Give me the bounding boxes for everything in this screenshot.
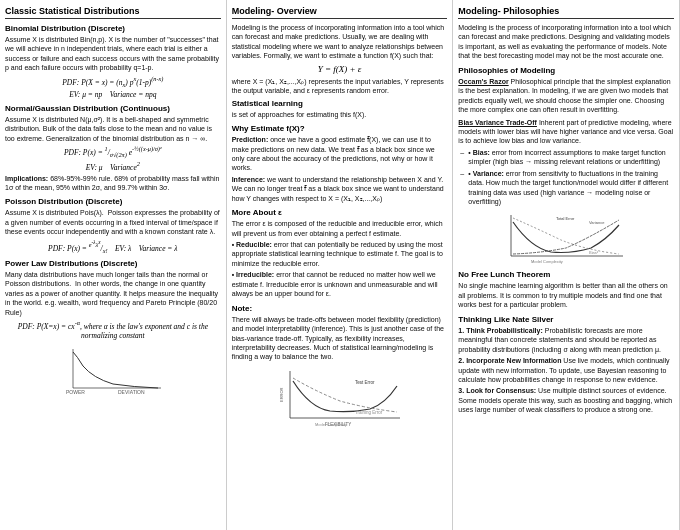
powerlaw-body: Many data distributions have much longer… bbox=[5, 270, 221, 317]
col1-header: Classic Statistical Distributions bbox=[5, 6, 221, 19]
normal-pdf: PDF: P(x) = 1/σ√(2π) e-½((x-μ)/σ)² bbox=[5, 145, 221, 158]
variance-definition: • Variance: error from sensitivity to fl… bbox=[468, 169, 674, 207]
svg-text:Variance: Variance bbox=[589, 220, 605, 225]
svg-text:Test Error: Test Error bbox=[355, 380, 375, 385]
epsilon-intro: The error ε is composed of the reducible… bbox=[232, 219, 448, 238]
normal-title: Normal/Gaussian Distribution (Continuous… bbox=[5, 104, 221, 113]
powerlaw-chart: POWER DEVIATION bbox=[5, 344, 221, 399]
reducible-item: • Reducible: error that can potentially … bbox=[232, 240, 448, 268]
binomial-ev: EV: μ = np Variance = npq bbox=[5, 90, 221, 99]
powerlaw-title: Power Law Distributions (Discrete) bbox=[5, 259, 221, 268]
biasvariance-chart: Total Error Bias² Variance Model Complex… bbox=[458, 210, 674, 265]
svg-text:Model Complexity: Model Complexity bbox=[531, 259, 563, 264]
occams-razor: Occam's Razor Philosophical principle th… bbox=[458, 77, 674, 115]
col3-header: Modeling- Philosophies bbox=[458, 6, 674, 19]
svg-text:Bias²: Bias² bbox=[589, 250, 599, 255]
powerlaw-pdf: PDF: P(X=x) = cx-α, where α is the law's… bbox=[5, 319, 221, 340]
biasvariance-svg: Total Error Bias² Variance Model Complex… bbox=[501, 210, 631, 265]
note-body: There will always be trade-offs between … bbox=[232, 315, 448, 362]
main-formula: Y = f(X) + ε bbox=[232, 64, 448, 74]
poisson-body: Assume X is distributed Pois(λ). Poisson… bbox=[5, 208, 221, 236]
bias-variance-tradeoff: Bias Variance Trade-Off Inherent part of… bbox=[458, 118, 674, 146]
prediction-item: Prediction: once we have a good estimate… bbox=[232, 135, 448, 173]
stat-learning-body: is set of approaches for estimating this… bbox=[232, 110, 448, 119]
no-free-lunch-body: No single machine learning algorithm is … bbox=[458, 281, 674, 309]
col2-intro: Modeling is the process of incorporating… bbox=[232, 23, 448, 61]
think-prob: 1. Think Probabilistically: Probabilisti… bbox=[458, 326, 674, 354]
col3-modeling-philosophies: Modeling- Philosophies Modeling is the p… bbox=[453, 0, 680, 530]
stat-learning-title: Statistical learning bbox=[232, 99, 448, 108]
nate-silver-title: Thinking Like Nate Silver bbox=[458, 315, 674, 324]
new-info: 2. Incorporate New Information Use live … bbox=[458, 356, 674, 384]
svg-text:Model Complexity: Model Complexity bbox=[315, 422, 347, 427]
flexibility-chart: Test Error Training Error FLEXIBILITY ER… bbox=[232, 366, 448, 431]
svg-text:Training Error: Training Error bbox=[355, 410, 383, 415]
note-title: Note: bbox=[232, 304, 448, 313]
why-estimate-title: Why Estimate f(X)? bbox=[232, 124, 448, 133]
svg-text:ERROR: ERROR bbox=[279, 387, 284, 402]
normal-ev: EV: μ Variance2 bbox=[5, 160, 221, 172]
bias-definition: • Bias: error from incorrect assumptions… bbox=[468, 148, 674, 167]
irreducible-item: • Irreducible: error that cannot be redu… bbox=[232, 270, 448, 298]
more-epsilon-title: More About ε bbox=[232, 208, 448, 217]
poisson-pdf: PDF: P(x) = e-λλx/x! EV: λ Variance = λ bbox=[5, 239, 221, 254]
binomial-title: Binomial Distribution (Discrete) bbox=[5, 24, 221, 33]
inference-item: Inference: we want to understand the rel… bbox=[232, 175, 448, 203]
col1-classic-distributions: Classic Statistical Distributions Binomi… bbox=[0, 0, 227, 530]
svg-text:DEVIATION: DEVIATION bbox=[118, 389, 145, 395]
binomial-pdf: PDF: P(X = x) = (nx) px(1-p)(n-x) bbox=[5, 75, 221, 88]
poisson-title: Poisson Distribution (Discrete) bbox=[5, 197, 221, 206]
col3-intro: Modeling is the process of incorporating… bbox=[458, 23, 674, 61]
flexibility-svg: Test Error Training Error FLEXIBILITY ER… bbox=[275, 366, 405, 431]
col2-modeling-overview: Modeling- Overview Modeling is the proce… bbox=[227, 0, 454, 530]
normal-body: Assume X is distributed N(μ,σ²). It is a… bbox=[5, 115, 221, 143]
no-free-lunch-title: No Free Lunch Theorem bbox=[458, 270, 674, 279]
col2-header: Modeling- Overview bbox=[232, 6, 448, 19]
svg-text:Total Error: Total Error bbox=[556, 216, 575, 221]
formula-desc: where X = (X₁, X₂,...,Xₚ) represents the… bbox=[232, 77, 448, 96]
philosophies-title: Philosophies of Modeling bbox=[458, 66, 674, 75]
consensus: 3. Look for Consensus: Use multiple dist… bbox=[458, 386, 674, 414]
powerlaw-svg: POWER DEVIATION bbox=[63, 344, 163, 399]
binomial-body: Assume X is distributed Bin(n,p). X is t… bbox=[5, 35, 221, 73]
svg-text:POWER: POWER bbox=[66, 389, 85, 395]
normal-implications: Implications: 68%-95%-99% rule. 68% of p… bbox=[5, 174, 221, 193]
